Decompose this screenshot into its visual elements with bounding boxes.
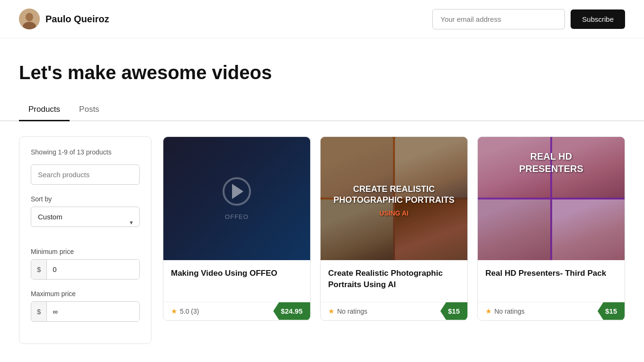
- min-price-section: Minimum price $: [31, 248, 140, 280]
- product-title-portraits: Create Realistic Photographic Portraits …: [328, 268, 460, 290]
- sort-by-label: Sort by: [31, 195, 140, 203]
- tab-posts[interactable]: Posts: [70, 99, 109, 121]
- product-thumbnail-making-video: OFFEO: [163, 137, 310, 260]
- product-price-hd-presenters: $15: [598, 302, 625, 320]
- hero-title: Let's make awesome videos: [19, 61, 625, 84]
- rating-value-hd-presenters: No ratings: [494, 308, 525, 315]
- product-price-making-video: $24.95: [273, 302, 310, 320]
- avatar: [19, 9, 40, 29]
- product-rating-making-video: ★ 5.0 (3): [163, 302, 273, 320]
- products-grid: OFFEO Making Video Using OFFEO ★ 5.0 (3)…: [163, 136, 625, 321]
- sort-select-wrapper: Custom Newest Oldest Price: Low to High …: [31, 207, 140, 237]
- max-price-prefix: $: [31, 302, 47, 321]
- main-content: Showing 1-9 of 13 products Sort by Custo…: [0, 121, 644, 359]
- product-thumbnail-portraits: CREATE REALISTICPHOTOGRAPHIC PORTRAITS U…: [321, 137, 467, 260]
- rating-value-portraits: No ratings: [337, 308, 367, 315]
- product-footer-hd-presenters: ★ No ratings $15: [478, 302, 625, 320]
- portrait-overlay-title: CREATE REALISTICPHOTOGRAPHIC PORTRAITS: [330, 180, 458, 210]
- min-price-prefix: $: [31, 260, 47, 279]
- site-name: Paulo Queiroz: [45, 14, 109, 25]
- header-right: Subscribe: [432, 9, 625, 29]
- max-price-input[interactable]: [47, 302, 140, 321]
- product-title-making-video: Making Video Using OFFEO: [171, 268, 303, 279]
- product-rating-portraits: ★ No ratings: [321, 302, 440, 320]
- product-footer-making-video: ★ 5.0 (3) $24.95: [163, 302, 310, 320]
- sidebar: Showing 1-9 of 13 products Sort by Custo…: [19, 136, 152, 344]
- product-footer-portraits: ★ No ratings $15: [321, 302, 467, 320]
- product-thumbnail-hd-presenters: REAL HDPRESENTERS: [478, 137, 625, 260]
- product-card-portraits[interactable]: CREATE REALISTICPHOTOGRAPHIC PORTRAITS U…: [320, 136, 468, 321]
- showing-count: Showing 1-9 of 13 products: [31, 148, 140, 156]
- product-info-hd-presenters: Real HD Presenters- Third Pack: [478, 260, 625, 302]
- min-price-input[interactable]: [47, 260, 140, 279]
- product-card-making-video[interactable]: OFFEO Making Video Using OFFEO ★ 5.0 (3)…: [163, 136, 311, 321]
- star-icon-3: ★: [485, 307, 492, 316]
- product-rating-hd-presenters: ★ No ratings: [478, 302, 598, 320]
- star-icon: ★: [171, 307, 177, 316]
- sort-by-section: Sort by Custom Newest Oldest Price: Low …: [31, 195, 140, 237]
- product-card-hd-presenters[interactable]: REAL HDPRESENTERS Real HD Presenters- Th…: [477, 136, 625, 321]
- hd-overlay-title: REAL HDPRESENTERS: [515, 146, 587, 179]
- min-price-label: Minimum price: [31, 248, 140, 255]
- product-info-making-video: Making Video Using OFFEO: [163, 260, 310, 302]
- max-price-section: Maximum price $: [31, 290, 140, 322]
- subscribe-button[interactable]: Subscribe: [571, 9, 625, 29]
- search-input[interactable]: [31, 164, 140, 185]
- product-info-portraits: Create Realistic Photographic Portraits …: [321, 260, 467, 302]
- max-price-wrapper: $: [31, 301, 140, 322]
- sort-select[interactable]: Custom Newest Oldest Price: Low to High …: [31, 207, 140, 227]
- hero-section: Let's make awesome videos: [0, 38, 644, 99]
- star-icon-2: ★: [328, 307, 334, 316]
- tab-products[interactable]: Products: [19, 99, 70, 121]
- header-left: Paulo Queiroz: [19, 9, 109, 29]
- rating-value: 5.0 (3): [180, 308, 199, 315]
- email-input[interactable]: [432, 9, 565, 29]
- max-price-label: Maximum price: [31, 290, 140, 298]
- tabs-nav: Products Posts: [0, 99, 644, 121]
- min-price-wrapper: $: [31, 259, 140, 280]
- product-title-hd-presenters: Real HD Presenters- Third Pack: [485, 268, 617, 279]
- svg-point-1: [26, 13, 33, 21]
- product-price-portraits: $15: [440, 302, 467, 320]
- header: Paulo Queiroz Subscribe: [0, 0, 644, 38]
